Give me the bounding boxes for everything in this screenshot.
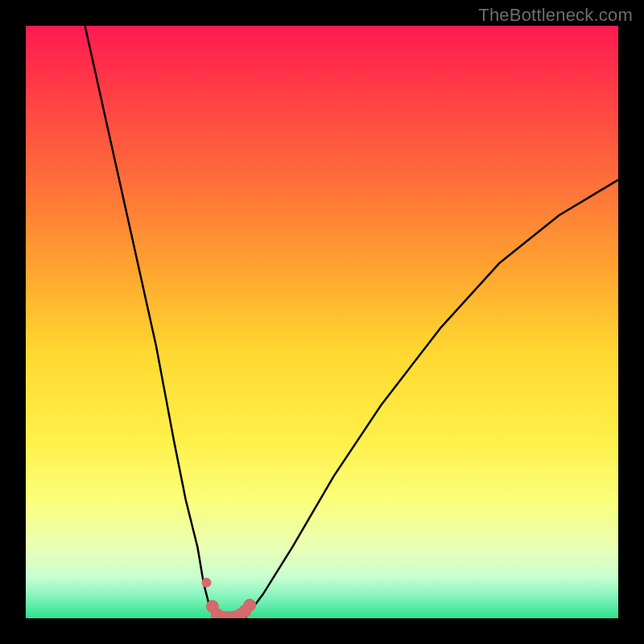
curve-group — [85, 26, 618, 618]
bottleneck-curve — [85, 26, 618, 618]
chart-svg — [26, 26, 618, 618]
markers-group — [202, 578, 257, 618]
chart-frame: TheBottleneck.com — [0, 0, 644, 644]
watermark-text: TheBottleneck.com — [478, 5, 633, 26]
marker-dot — [243, 599, 256, 612]
marker-dot — [202, 578, 212, 588]
plot-area — [26, 26, 618, 618]
